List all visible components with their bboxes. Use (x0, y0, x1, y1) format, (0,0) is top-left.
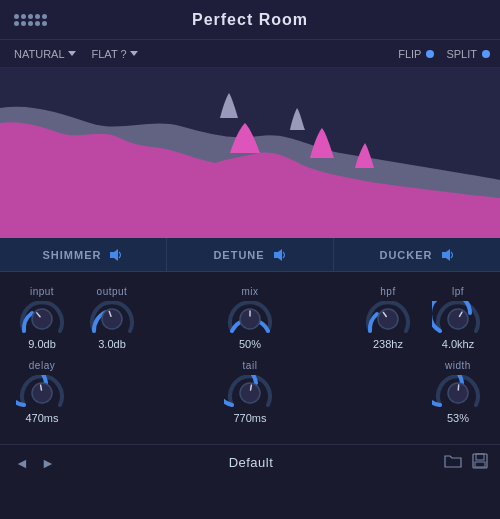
shimmer-label: SHIMMER (43, 249, 102, 261)
output-value: 3.0db (98, 338, 126, 350)
svg-point-13 (32, 383, 52, 403)
folder-icon[interactable] (444, 453, 462, 472)
prev-preset-button[interactable]: ◄ (12, 453, 32, 473)
lpf-knob-svg (432, 301, 484, 335)
detune-speaker-icon (273, 249, 287, 261)
visualizer (0, 68, 500, 238)
output-knob[interactable] (86, 301, 138, 335)
split-dot-icon (482, 50, 490, 58)
ducker-speaker-icon (441, 249, 455, 261)
delay-value: 470ms (25, 412, 58, 424)
preset-name: Default (229, 455, 274, 470)
svg-rect-20 (476, 454, 484, 460)
width-value: 53% (447, 412, 469, 424)
app-title: Perfect Room (192, 11, 308, 29)
width-knob-svg (432, 375, 484, 409)
flip-dot-icon (426, 50, 434, 58)
next-preset-button[interactable]: ► (38, 453, 58, 473)
split-indicator[interactable]: SPLIT (446, 48, 490, 60)
mix-knob[interactable] (224, 301, 276, 335)
natural-arrow-icon (68, 51, 76, 56)
mix-knob-group: mix 50% (224, 286, 276, 350)
input-label: input (30, 286, 54, 297)
hpf-knob[interactable] (362, 301, 414, 335)
input-value: 9.0db (28, 338, 56, 350)
hpf-knob-svg (362, 301, 414, 335)
flat-label: FLAT ? (92, 48, 127, 60)
shimmer-speaker-icon (109, 249, 123, 261)
svg-rect-1 (274, 252, 278, 258)
lpf-label: lpf (452, 286, 464, 297)
width-knob[interactable] (432, 375, 484, 409)
natural-label: NATURAL (14, 48, 65, 60)
knob-row-1: input 9.0db output (16, 286, 484, 350)
knob-row-2: delay 470ms tail (16, 360, 484, 424)
footer-navigation: ◄ ► (12, 453, 58, 473)
input-knob-group: input 9.0db (16, 286, 68, 350)
footer: ◄ ► Default (0, 444, 500, 480)
width-knob-group: width 53% (432, 360, 484, 424)
delay-knob-group: delay 470ms (16, 360, 68, 424)
output-knob-group: output 3.0db (86, 286, 138, 350)
input-knob[interactable] (16, 301, 68, 335)
flat-button[interactable]: FLAT ? (88, 46, 142, 62)
split-label: SPLIT (446, 48, 477, 60)
footer-icons (444, 453, 488, 472)
shimmer-section[interactable]: SHIMMER (0, 238, 167, 271)
hpf-knob-group: hpf 238hz (362, 286, 414, 350)
tail-label: tail (243, 360, 258, 371)
output-knob-svg (86, 301, 138, 335)
lpf-value: 4.0khz (442, 338, 474, 350)
controls: input 9.0db output (0, 272, 500, 444)
mix-label: mix (241, 286, 258, 297)
svg-line-14 (41, 385, 42, 390)
svg-rect-0 (110, 252, 114, 258)
natural-button[interactable]: NATURAL (10, 46, 80, 62)
toolbar: NATURAL FLAT ? FLIP SPLIT (0, 40, 500, 68)
detune-label: DETUNE (213, 249, 264, 261)
tail-value: 770ms (233, 412, 266, 424)
mix-value: 50% (239, 338, 261, 350)
svg-rect-2 (442, 252, 446, 258)
flat-arrow-icon (130, 51, 138, 56)
input-knob-svg (16, 301, 68, 335)
lpf-knob[interactable] (432, 301, 484, 335)
delay-label: delay (29, 360, 55, 371)
width-label: width (445, 360, 471, 371)
visualizer-svg (0, 68, 500, 238)
section-bar: SHIMMER DETUNE DUCKER (0, 238, 500, 272)
svg-line-16 (251, 385, 252, 390)
flip-label: FLIP (398, 48, 421, 60)
tail-knob-group: tail 770ms (224, 360, 276, 424)
toolbar-right: FLIP SPLIT (398, 48, 490, 60)
mix-knob-svg (224, 301, 276, 335)
input-output-group: input 9.0db output (16, 286, 138, 350)
hpf-label: hpf (380, 286, 395, 297)
svg-rect-21 (475, 462, 485, 467)
lpf-knob-group: lpf 4.0khz (432, 286, 484, 350)
toolbar-left: NATURAL FLAT ? (10, 46, 142, 62)
save-icon[interactable] (472, 453, 488, 472)
ducker-label: DUCKER (379, 249, 432, 261)
svg-point-9 (378, 309, 398, 329)
delay-knob-svg (16, 375, 68, 409)
header: Perfect Room (0, 0, 500, 40)
flip-indicator[interactable]: FLIP (398, 48, 434, 60)
delay-knob[interactable] (16, 375, 68, 409)
svg-point-3 (32, 309, 52, 329)
output-label: output (97, 286, 128, 297)
svg-point-11 (448, 309, 468, 329)
detune-section[interactable]: DETUNE (167, 238, 334, 271)
hpf-value: 238hz (373, 338, 403, 350)
svg-point-5 (102, 309, 122, 329)
hpf-lpf-group: hpf 238hz lpf (362, 286, 484, 350)
ducker-section[interactable]: DUCKER (334, 238, 500, 271)
svg-point-15 (240, 383, 260, 403)
tail-knob-svg (224, 375, 276, 409)
tail-knob[interactable] (224, 375, 276, 409)
logo (14, 14, 47, 26)
